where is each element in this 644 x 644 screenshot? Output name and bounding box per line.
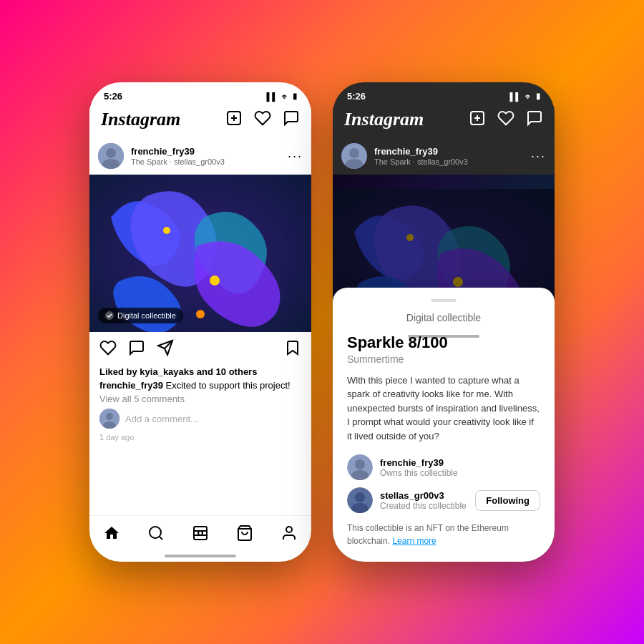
right-phone: 5:26 ▌▌ ᯤ ▮ Instagram bbox=[333, 82, 555, 562]
header-icons-left bbox=[225, 109, 300, 130]
commenter-avatar bbox=[99, 409, 119, 429]
avatar-right bbox=[341, 143, 367, 169]
wifi-icon-right: ᯤ bbox=[525, 92, 532, 101]
owner-row: frenchie_fry39 Owns this collectible bbox=[347, 454, 540, 480]
wifi-icon: ᯤ bbox=[281, 92, 289, 101]
post-comments-link[interactable]: View all 5 comments bbox=[89, 392, 311, 406]
comment-icon[interactable] bbox=[128, 339, 145, 361]
battery-icon-right: ▮ bbox=[536, 92, 540, 101]
app-header-right: Instagram bbox=[333, 106, 555, 137]
sheet-handle bbox=[431, 299, 457, 302]
post-time: 1 day ago bbox=[89, 431, 311, 447]
svg-point-28 bbox=[349, 148, 359, 158]
svg-point-23 bbox=[286, 527, 292, 532]
username-right: frenchie_fry39 bbox=[374, 146, 524, 157]
battery-icon: ▮ bbox=[293, 92, 297, 101]
status-icons-right: ▌▌ ᯤ ▮ bbox=[509, 92, 540, 101]
learn-more-link[interactable]: Learn more bbox=[392, 536, 436, 546]
svg-point-37 bbox=[355, 492, 365, 502]
post-likes: Liked by kyia_kayaks and 10 others bbox=[89, 365, 311, 379]
nav-shop[interactable] bbox=[236, 525, 253, 546]
instagram-logo-left: Instagram bbox=[101, 109, 180, 130]
nav-home[interactable] bbox=[103, 525, 120, 546]
heart-icon-left[interactable] bbox=[254, 109, 271, 130]
action-bar-left bbox=[89, 332, 311, 365]
nft-subtitle: Summertime bbox=[347, 353, 540, 365]
creator-info: stellas_gr00v3 Created this collectible bbox=[380, 490, 468, 511]
svg-point-8 bbox=[163, 227, 170, 234]
save-icon[interactable] bbox=[284, 339, 301, 361]
status-bar-left: 5:26 ▌▌ ᯤ ▮ bbox=[89, 82, 311, 106]
post-header-left: frenchie_fry39 The Spark · stellas_gr00v… bbox=[89, 137, 311, 175]
time-left: 5:26 bbox=[104, 91, 122, 102]
owner-avatar bbox=[347, 454, 373, 480]
comment-row: Add a comment... bbox=[89, 406, 311, 431]
creator-username: stellas_gr00v3 bbox=[380, 490, 468, 501]
post-caption: frenchie_fry39 Excited to support this p… bbox=[89, 379, 311, 392]
left-phone: 5:26 ▌▌ ᯤ ▮ Instagram bbox=[89, 82, 311, 562]
home-indicator-right bbox=[408, 335, 479, 338]
comment-placeholder[interactable]: Add a comment... bbox=[125, 414, 198, 424]
post-header-right: frenchie_fry39 The Spark · stellas_gr00v… bbox=[333, 137, 555, 175]
app-header-left: Instagram bbox=[89, 106, 311, 137]
svg-point-14 bbox=[106, 413, 113, 420]
post-user-info-left: frenchie_fry39 The Spark · stellas_gr00v… bbox=[131, 146, 280, 166]
status-bar-right: 5:26 ▌▌ ᯤ ▮ bbox=[333, 82, 555, 106]
instagram-logo-right: Instagram bbox=[344, 109, 424, 130]
signal-icon: ▌▌ bbox=[266, 92, 278, 101]
svg-point-4 bbox=[106, 148, 116, 158]
svg-line-17 bbox=[160, 537, 162, 540]
avatar-left bbox=[98, 143, 124, 169]
like-icon[interactable] bbox=[99, 339, 117, 361]
add-icon-left[interactable] bbox=[225, 109, 243, 130]
owner-info: frenchie_fry39 Owns this collectible bbox=[380, 457, 540, 478]
more-btn-left[interactable]: ··· bbox=[288, 149, 303, 164]
sheet-title: Digital collectible bbox=[347, 312, 540, 323]
sub-info-left: The Spark · stellas_gr00v3 bbox=[131, 157, 280, 166]
bottom-nav-left bbox=[89, 515, 311, 552]
svg-rect-18 bbox=[194, 527, 207, 540]
add-icon-right[interactable] bbox=[469, 109, 486, 130]
svg-point-31 bbox=[453, 277, 463, 287]
messenger-icon-right[interactable] bbox=[526, 109, 543, 130]
nav-search[interactable] bbox=[147, 525, 165, 546]
owner-username: frenchie_fry39 bbox=[380, 457, 540, 468]
post-user-info-right: frenchie_fry39 The Spark · stellas_gr00v… bbox=[374, 146, 524, 166]
follow-button[interactable]: Following bbox=[475, 490, 540, 511]
creator-role: Created this collectible bbox=[380, 501, 468, 511]
status-icons-left: ▌▌ ᯤ ▮ bbox=[266, 92, 297, 101]
creator-row: stellas_gr00v3 Created this collectible … bbox=[347, 487, 540, 513]
nft-sheet: Digital collectible Sparkle 8/100 Summer… bbox=[333, 288, 555, 562]
signal-icon-right: ▌▌ bbox=[509, 92, 521, 101]
svg-point-16 bbox=[150, 527, 161, 538]
post-image-left: Digital collectible bbox=[89, 175, 311, 332]
nft-footer: This collectible is an NFT on the Ethere… bbox=[347, 522, 540, 547]
svg-point-9 bbox=[196, 310, 205, 318]
header-icons-right bbox=[469, 109, 543, 130]
nav-reels[interactable] bbox=[192, 525, 209, 546]
svg-point-34 bbox=[355, 459, 365, 469]
heart-icon-right[interactable] bbox=[497, 109, 514, 130]
time-right: 5:26 bbox=[347, 91, 366, 102]
share-icon[interactable] bbox=[157, 339, 174, 361]
collectible-badge-left: Digital collectible bbox=[98, 308, 183, 323]
username-left: frenchie_fry39 bbox=[131, 146, 280, 157]
nav-profile[interactable] bbox=[280, 525, 298, 546]
creator-avatar bbox=[347, 487, 373, 513]
svg-point-32 bbox=[406, 234, 414, 241]
more-btn-right[interactable]: ··· bbox=[531, 149, 546, 164]
owner-role: Owns this collectible bbox=[380, 468, 540, 478]
sub-info-right: The Spark · stellas_gr00v3 bbox=[374, 157, 524, 166]
nft-description: With this piece I wanted to capture what… bbox=[347, 374, 540, 444]
action-left bbox=[99, 339, 174, 361]
home-indicator-left bbox=[165, 555, 236, 557]
svg-point-7 bbox=[210, 275, 220, 286]
messenger-icon-left[interactable] bbox=[283, 109, 300, 130]
